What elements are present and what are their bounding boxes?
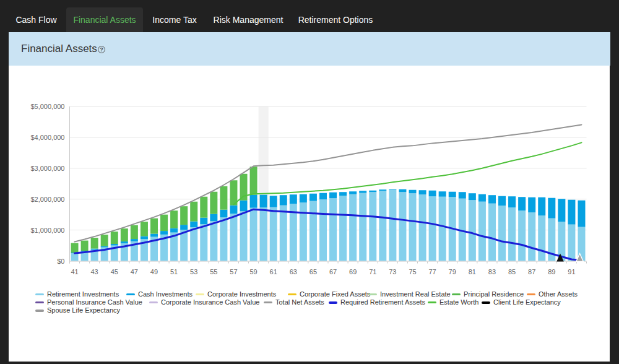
svg-text:51: 51	[170, 268, 178, 275]
svg-text:79: 79	[449, 268, 456, 275]
svg-text:43: 43	[91, 268, 98, 275]
svg-text:87: 87	[528, 268, 535, 275]
svg-text:67: 67	[329, 268, 337, 275]
svg-text:41: 41	[71, 268, 78, 275]
svg-text:$3,000,000: $3,000,000	[30, 165, 64, 172]
svg-text:49: 49	[150, 268, 158, 275]
svg-text:59: 59	[249, 268, 257, 275]
svg-text:65: 65	[310, 268, 317, 275]
svg-text:85: 85	[508, 268, 516, 275]
svg-text:91: 91	[568, 268, 575, 275]
svg-text:77: 77	[428, 268, 436, 275]
svg-text:55: 55	[210, 268, 217, 275]
svg-text:69: 69	[349, 268, 357, 275]
svg-text:81: 81	[469, 268, 476, 275]
svg-text:89: 89	[548, 268, 555, 275]
svg-text:$2,000,000: $2,000,000	[30, 196, 64, 203]
svg-text:45: 45	[111, 268, 118, 275]
svg-text:$0: $0	[57, 258, 64, 265]
svg-text:57: 57	[230, 268, 237, 275]
svg-text:73: 73	[389, 268, 396, 275]
svg-text:53: 53	[190, 268, 197, 275]
svg-text:$5,000,000: $5,000,000	[30, 103, 64, 110]
svg-text:63: 63	[290, 268, 297, 275]
svg-text:47: 47	[131, 268, 138, 275]
svg-text:71: 71	[369, 268, 376, 275]
svg-text:$4,000,000: $4,000,000	[30, 134, 64, 141]
svg-text:61: 61	[270, 268, 277, 275]
svg-text:$1,000,000: $1,000,000	[30, 227, 64, 234]
svg-text:75: 75	[409, 268, 416, 275]
svg-text:83: 83	[488, 268, 496, 275]
